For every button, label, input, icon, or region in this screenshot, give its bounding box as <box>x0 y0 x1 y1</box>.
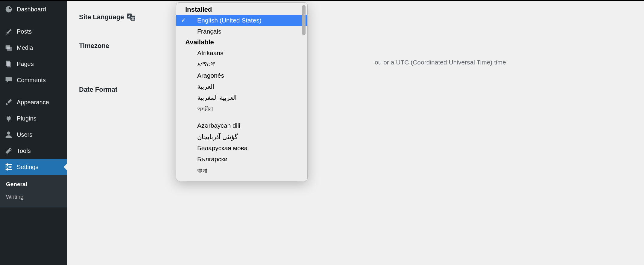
page-icon <box>5 60 13 68</box>
dropdown-option[interactable]: English (United States) <box>176 15 307 26</box>
sidebar-item-label: Users <box>17 131 32 138</box>
dropdown-option[interactable]: العربية المغربية <box>176 92 307 103</box>
timezone-desc-text: ou or a UTC (Coordinated Universal Time)… <box>375 59 506 66</box>
settings-general-panel: Site Language A文 Timezone ou or a UTC (C… <box>67 1 644 265</box>
site-language-dropdown[interactable]: InstalledEnglish (United States)Français… <box>176 2 308 181</box>
date-format-label: Date Format <box>79 86 175 94</box>
sidebar-item-pages[interactable]: Pages <box>0 56 67 72</box>
sidebar-item-label: Dashboard <box>17 6 46 13</box>
row-date-format: Date Format <box>79 86 632 94</box>
sidebar-item-media[interactable]: Media <box>0 40 67 56</box>
sidebar-item-label: Appearance <box>17 99 49 106</box>
dropdown-group-label: Available <box>176 37 307 47</box>
sidebar-item-label: Tools <box>17 147 31 154</box>
svg-rect-7 <box>6 169 12 170</box>
sliders-icon <box>5 163 13 171</box>
dashboard-icon <box>5 5 13 13</box>
comment-icon <box>5 76 13 84</box>
label-text: Site Language <box>79 13 124 21</box>
dropdown-listbox[interactable]: InstalledEnglish (United States)Français… <box>176 3 307 181</box>
dropdown-option[interactable]: অসমীয়া <box>176 103 307 115</box>
dropdown-option[interactable]: Български <box>176 153 307 165</box>
wrench-icon <box>5 147 13 155</box>
sidebar-item-label: Comments <box>17 77 46 84</box>
sidebar-item-posts[interactable]: Posts <box>0 23 67 40</box>
sidebar-item-label: Settings <box>17 164 38 171</box>
row-site-language: Site Language A文 <box>79 13 632 21</box>
pin-icon <box>5 28 13 35</box>
svg-rect-10 <box>7 168 8 171</box>
submenu-item-general[interactable]: General <box>0 178 67 191</box>
dropdown-option[interactable]: አማርኛ <box>176 58 307 70</box>
dropdown-option[interactable]: বাংলা <box>176 165 307 176</box>
svg-text:A: A <box>128 14 131 18</box>
dropdown-option[interactable]: Afrikaans <box>176 47 307 58</box>
svg-rect-5 <box>6 164 12 165</box>
plug-icon <box>5 115 13 122</box>
timezone-label: Timezone <box>79 42 175 50</box>
dropdown-scrollbar[interactable] <box>302 5 306 35</box>
dropdown-group-label: Installed <box>176 4 307 15</box>
timezone-description: ou or a UTC (Coordinated Universal Time)… <box>375 58 644 67</box>
svg-rect-8 <box>7 163 8 166</box>
sidebar-item-label: Pages <box>17 61 34 67</box>
brush-icon <box>5 98 13 106</box>
dropdown-option[interactable]: Azərbaycan dili <box>176 120 307 131</box>
sidebar-item-plugins[interactable]: Plugins <box>0 110 67 127</box>
dropdown-option[interactable]: گؤنئی آذربایجان <box>176 131 307 142</box>
submenu-item-writing[interactable]: Writing <box>0 191 67 203</box>
row-timezone: Timezone ou or a UTC (Coordinated Univer… <box>79 42 632 50</box>
dropdown-option[interactable]: Беларуская мова <box>176 142 307 153</box>
svg-rect-9 <box>10 166 11 168</box>
dropdown-option[interactable]: Aragonés <box>176 70 307 81</box>
svg-text:文: 文 <box>131 16 135 20</box>
dropdown-option[interactable]: العربية <box>176 81 307 92</box>
svg-point-4 <box>7 132 10 135</box>
sidebar-item-appearance[interactable]: Appearance <box>0 94 67 110</box>
sidebar-item-settings[interactable]: Settings <box>0 159 67 175</box>
sidebar-item-label: Posts <box>17 28 32 35</box>
translate-icon: A文 <box>127 13 135 21</box>
settings-submenu: General Writing <box>0 175 67 207</box>
svg-rect-3 <box>7 62 11 67</box>
svg-rect-6 <box>6 167 12 168</box>
sidebar-item-comments[interactable]: Comments <box>0 72 67 88</box>
user-icon <box>5 131 13 138</box>
sidebar-item-label: Media <box>17 44 33 51</box>
sidebar-item-users[interactable]: Users <box>0 127 67 143</box>
sidebar-item-dashboard[interactable]: Dashboard <box>0 1 67 17</box>
dropdown-option[interactable] <box>176 176 307 181</box>
admin-sidebar: Dashboard Posts Media Pages Comments App… <box>0 1 67 265</box>
media-icon <box>5 44 13 52</box>
dropdown-option[interactable] <box>176 115 307 120</box>
dropdown-option[interactable]: Français <box>176 26 307 37</box>
sidebar-item-label: Plugins <box>17 115 37 122</box>
sidebar-item-tools[interactable]: Tools <box>0 143 67 159</box>
site-language-label: Site Language A文 <box>79 13 175 21</box>
svg-rect-1 <box>7 47 12 51</box>
